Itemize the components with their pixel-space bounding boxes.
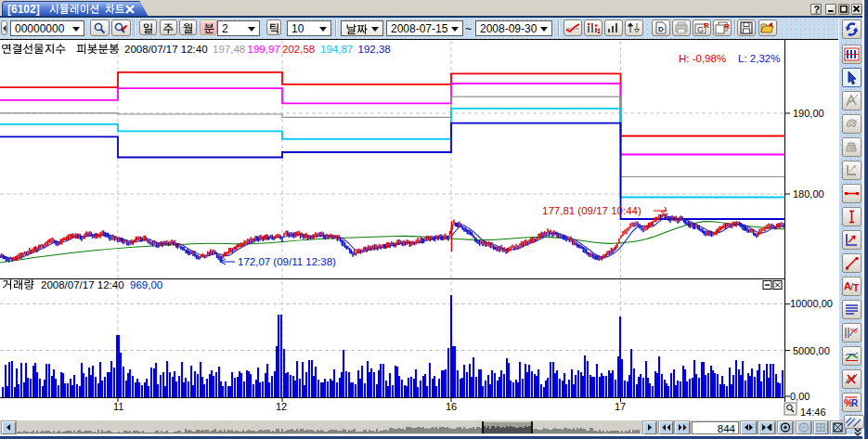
svg-text:172,07 (09/11 12:38): 172,07 (09/11 12:38) (238, 256, 336, 267)
svg-text:2008/07/17 12:40: 2008/07/17 12:40 (41, 279, 124, 291)
svg-text:16: 16 (446, 401, 457, 412)
svg-text:R: R (724, 22, 730, 31)
svg-text:?: ? (814, 5, 820, 15)
svg-text:G: G (697, 25, 704, 34)
svg-text:202,58: 202,58 (282, 44, 315, 55)
svg-text:%: % (850, 327, 857, 335)
svg-text:11: 11 (113, 401, 123, 412)
svg-text:[6102]: [6102] (7, 3, 40, 16)
svg-text:190,00: 190,00 (793, 108, 824, 119)
svg-text:D: D (658, 25, 664, 33)
svg-text:177,81 (09/17 10:44): 177,81 (09/17 10:44) (542, 205, 641, 216)
svg-text:0,00: 0,00 (790, 391, 810, 402)
svg-text:H: -0,98%: H: -0,98% (679, 53, 726, 64)
svg-text:5000,00: 5000,00 (793, 345, 830, 356)
svg-text:T: T (853, 283, 859, 293)
svg-text:14:46: 14:46 (800, 407, 826, 418)
svg-text:180,00: 180,00 (793, 188, 824, 200)
svg-text:10000,00: 10000,00 (790, 298, 833, 309)
svg-text:R: R (704, 21, 709, 30)
svg-text:L: 2,32%: L: 2,32% (738, 53, 780, 64)
svg-text:969,00: 969,00 (130, 279, 162, 291)
svg-text:197,48: 197,48 (213, 44, 245, 55)
svg-text:R: R (851, 398, 859, 408)
svg-text:2008/07/17 12:40: 2008/07/17 12:40 (124, 44, 208, 55)
svg-text:12: 12 (276, 401, 287, 412)
svg-text:192,38: 192,38 (358, 44, 391, 55)
svg-text:194,87: 194,87 (320, 44, 353, 55)
svg-text:199,97: 199,97 (248, 44, 280, 55)
svg-text:17: 17 (615, 401, 626, 412)
